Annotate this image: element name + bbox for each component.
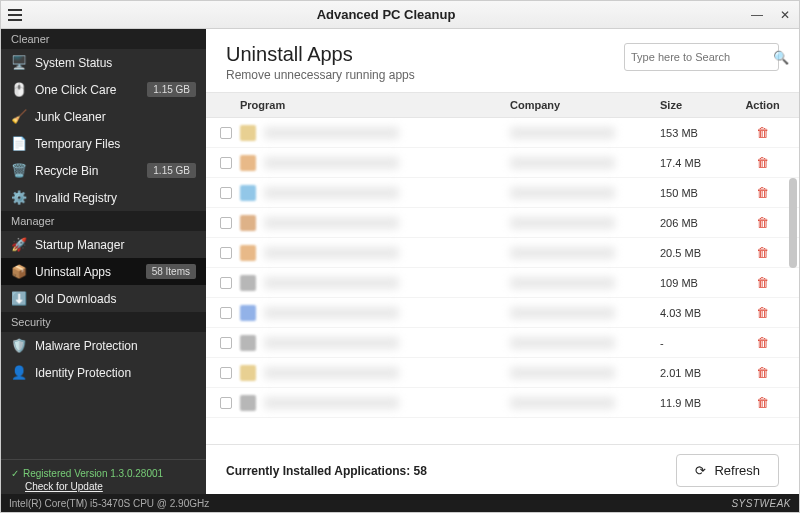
row-checkbox[interactable] (220, 247, 232, 259)
sidebar-item-identity-protection[interactable]: 👤 Identity Protection (1, 359, 206, 386)
sidebar-item-recycle-bin[interactable]: 🗑️ Recycle Bin 1.15 GB (1, 157, 206, 184)
app-size: - (660, 337, 740, 349)
program-name (264, 367, 399, 379)
table-row[interactable]: 11.9 MB🗑 (206, 388, 799, 418)
registered-version: ✓ Registered Version 1.3.0.28001 (11, 468, 196, 479)
row-checkbox[interactable] (220, 277, 232, 289)
table-row[interactable]: 153 MB🗑 (206, 118, 799, 148)
app-size: 11.9 MB (660, 397, 740, 409)
row-checkbox[interactable] (220, 367, 232, 379)
company-name (510, 337, 615, 349)
col-program[interactable]: Program (240, 99, 510, 111)
app-size: 17.4 MB (660, 157, 740, 169)
sidebar-item-label: Junk Cleaner (35, 110, 196, 124)
delete-button[interactable]: 🗑 (740, 245, 785, 260)
count-label: Currently Installed Applications: (226, 464, 410, 478)
delete-button[interactable]: 🗑 (740, 395, 785, 410)
search-input[interactable] (631, 51, 769, 63)
delete-button[interactable]: 🗑 (740, 185, 785, 200)
table-body: 153 MB🗑17.4 MB🗑150 MB🗑206 MB🗑20.5 MB🗑109… (206, 118, 799, 444)
shield-icon: 🛡️ (11, 338, 27, 354)
cpu-info: Intel(R) Core(TM) i5-3470S CPU @ 2.90GHz (9, 498, 209, 509)
table-row[interactable]: 109 MB🗑 (206, 268, 799, 298)
sidebar-item-label: Malware Protection (35, 339, 196, 353)
table-header: Program Company Size Action (206, 92, 799, 118)
sidebar-item-startup-manager[interactable]: 🚀 Startup Manager (1, 231, 206, 258)
delete-button[interactable]: 🗑 (740, 155, 785, 170)
table-row[interactable]: 2.01 MB🗑 (206, 358, 799, 388)
refresh-icon: ⟳ (695, 463, 706, 478)
count-value: 58 (414, 464, 427, 478)
sidebar-item-one-click-care[interactable]: 🖱️ One Click Care 1.15 GB (1, 76, 206, 103)
search-box[interactable]: 🔍 (624, 43, 779, 71)
sidebar-item-uninstall-apps[interactable]: 📦 Uninstall Apps 58 Items (1, 258, 206, 285)
size-badge: 1.15 GB (147, 163, 196, 178)
close-button[interactable]: ✕ (771, 1, 799, 29)
delete-button[interactable]: 🗑 (740, 335, 785, 350)
count-badge: 58 Items (146, 264, 196, 279)
main-footer: Currently Installed Applications: 58 ⟳ R… (206, 444, 799, 496)
section-cleaner: Cleaner (1, 29, 206, 49)
company-name (510, 367, 615, 379)
app-size: 2.01 MB (660, 367, 740, 379)
sidebar-item-label: Invalid Registry (35, 191, 196, 205)
row-checkbox[interactable] (220, 127, 232, 139)
row-checkbox[interactable] (220, 307, 232, 319)
row-checkbox[interactable] (220, 397, 232, 409)
company-name (510, 247, 615, 259)
company-name (510, 397, 615, 409)
statusbar: Intel(R) Core(TM) i5-3470S CPU @ 2.90GHz… (1, 494, 799, 512)
app-icon (240, 125, 256, 141)
sidebar: Cleaner 🖥️ System Status 🖱️ One Click Ca… (1, 29, 206, 496)
app-icon (240, 395, 256, 411)
page-subtitle: Remove unnecessary running apps (226, 68, 415, 82)
sidebar-item-temporary-files[interactable]: 📄 Temporary Files (1, 130, 206, 157)
company-name (510, 277, 615, 289)
table-row[interactable]: 206 MB🗑 (206, 208, 799, 238)
delete-button[interactable]: 🗑 (740, 125, 785, 140)
table-row[interactable]: 150 MB🗑 (206, 178, 799, 208)
minimize-button[interactable]: — (743, 1, 771, 29)
uninstall-icon: 📦 (11, 264, 27, 280)
table-row[interactable]: 4.03 MB🗑 (206, 298, 799, 328)
delete-button[interactable]: 🗑 (740, 365, 785, 380)
col-company[interactable]: Company (510, 99, 660, 111)
click-icon: 🖱️ (11, 82, 27, 98)
section-security: Security (1, 312, 206, 332)
delete-button[interactable]: 🗑 (740, 215, 785, 230)
row-checkbox[interactable] (220, 187, 232, 199)
download-icon: ⬇️ (11, 291, 27, 307)
sidebar-item-system-status[interactable]: 🖥️ System Status (1, 49, 206, 76)
table-row[interactable]: -🗑 (206, 328, 799, 358)
app-icon (240, 155, 256, 171)
table-row[interactable]: 20.5 MB🗑 (206, 238, 799, 268)
app-size: 20.5 MB (660, 247, 740, 259)
program-name (264, 217, 399, 229)
row-checkbox[interactable] (220, 337, 232, 349)
table-row[interactable]: 17.4 MB🗑 (206, 148, 799, 178)
sidebar-item-label: Old Downloads (35, 292, 196, 306)
sidebar-item-old-downloads[interactable]: ⬇️ Old Downloads (1, 285, 206, 312)
row-checkbox[interactable] (220, 157, 232, 169)
sidebar-item-label: Temporary Files (35, 137, 196, 151)
check-update-link[interactable]: Check for Update (25, 481, 103, 492)
app-icon (240, 305, 256, 321)
company-name (510, 187, 615, 199)
delete-button[interactable]: 🗑 (740, 275, 785, 290)
page-title: Uninstall Apps (226, 43, 415, 66)
sidebar-item-invalid-registry[interactable]: ⚙️ Invalid Registry (1, 184, 206, 211)
sidebar-item-malware-protection[interactable]: 🛡️ Malware Protection (1, 332, 206, 359)
sidebar-item-junk-cleaner[interactable]: 🧹 Junk Cleaner (1, 103, 206, 130)
scrollbar-thumb[interactable] (789, 178, 797, 268)
monitor-icon: 🖥️ (11, 55, 27, 71)
search-icon[interactable]: 🔍 (773, 50, 789, 65)
col-size[interactable]: Size (660, 99, 740, 111)
program-name (264, 277, 399, 289)
program-name (264, 187, 399, 199)
startup-icon: 🚀 (11, 237, 27, 253)
menu-button[interactable] (1, 1, 29, 29)
refresh-button[interactable]: ⟳ Refresh (676, 454, 779, 487)
row-checkbox[interactable] (220, 217, 232, 229)
sidebar-item-label: Uninstall Apps (35, 265, 138, 279)
delete-button[interactable]: 🗑 (740, 305, 785, 320)
